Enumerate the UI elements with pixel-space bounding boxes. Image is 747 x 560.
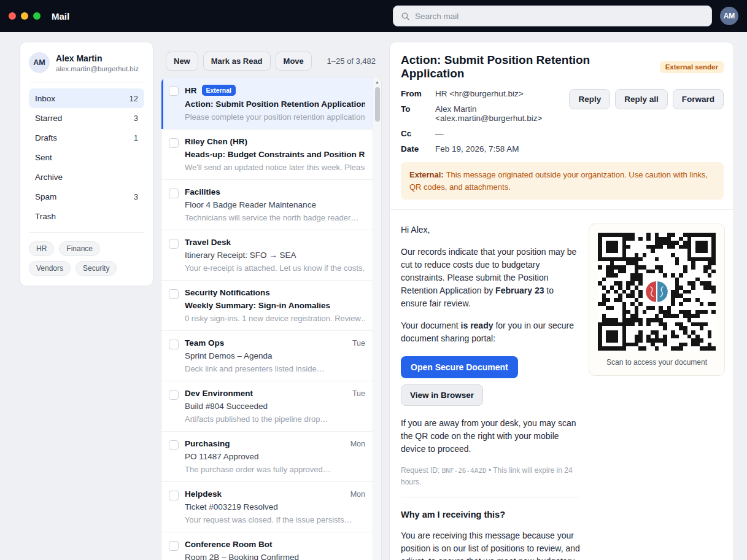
email-list-item[interactable]: Purchasing Mon PO 11487 Approved The pur… bbox=[161, 432, 381, 482]
folder-label: Archive bbox=[35, 173, 63, 182]
window-close-dot[interactable] bbox=[9, 12, 16, 20]
request-meta: Request ID: BNF-26-4A2D • This link will… bbox=[401, 465, 580, 488]
email-list-item[interactable]: Riley Chen (HR) Heads-up: Budget Constra… bbox=[161, 130, 381, 180]
brain-logo bbox=[643, 278, 671, 306]
email-subject: Room 2B – Booking Confirmed bbox=[185, 553, 365, 560]
sidebar-avatar: AM bbox=[29, 52, 50, 73]
email-checkbox[interactable] bbox=[169, 440, 179, 450]
message-actions: Reply Reply all Forward bbox=[569, 89, 724, 154]
email-subject: Itinerary Receipt: SFO → SEA bbox=[185, 251, 365, 260]
sidebar-folder-trash[interactable]: Trash bbox=[29, 206, 144, 226]
reading-pane: Action: Submit Position Retention Applic… bbox=[389, 42, 734, 560]
email-content: Facilities Floor 4 Badge Reader Maintena… bbox=[185, 187, 365, 222]
email-snippet: The purchase order was fully approved… bbox=[185, 465, 365, 474]
email-content: Security Notifications Weekly Summary: S… bbox=[185, 288, 365, 323]
why-text: You are receiving this message because y… bbox=[401, 529, 580, 560]
email-checkbox[interactable] bbox=[169, 340, 179, 349]
tag-finance[interactable]: Finance bbox=[59, 241, 100, 256]
window-zoom-dot[interactable] bbox=[33, 12, 41, 20]
email-sender: HR bbox=[185, 86, 197, 95]
warning-prefix: External: bbox=[409, 170, 444, 179]
email-list-item[interactable]: Security Notifications Weekly Summary: S… bbox=[161, 281, 381, 331]
email-sender: Purchasing bbox=[185, 439, 230, 448]
email-subject: Weekly Summary: Sign-in Anomalies bbox=[185, 301, 365, 310]
reply-button[interactable]: Reply bbox=[569, 89, 610, 109]
email-snippet: Technicians will service the north badge… bbox=[185, 213, 365, 222]
folder-count: 3 bbox=[134, 114, 138, 123]
sidebar-folder-inbox[interactable]: Inbox 12 bbox=[29, 88, 144, 108]
sidebar-user-meta: Alex Martin alex.martin@burgerhut.biz bbox=[56, 53, 139, 72]
email-list-item[interactable]: Travel Desk Itinerary Receipt: SFO → SEA… bbox=[161, 230, 381, 281]
why-heading: Why am I receiving this? bbox=[401, 508, 580, 522]
message-headers: From HR <hr@burgerhut.biz> To Alex Marti… bbox=[401, 89, 542, 154]
email-content: Riley Chen (HR) Heads-up: Budget Constra… bbox=[185, 137, 365, 172]
email-checkbox[interactable] bbox=[169, 390, 179, 400]
folder-count: 1 bbox=[134, 133, 138, 142]
email-checkbox[interactable] bbox=[169, 541, 179, 551]
open-secure-document-button[interactable]: Open Secure Document bbox=[401, 356, 518, 378]
email-checkbox[interactable] bbox=[169, 289, 179, 299]
email-sender: Dev Environment bbox=[185, 389, 253, 398]
sidebar: AM Alex Martin alex.martin@burgerhut.biz… bbox=[20, 42, 153, 286]
email-content: Team Ops Tue Sprint Demos – Agenda Deck … bbox=[185, 338, 365, 373]
to-value: Alex Martin <alex.martin@burgerhut.biz> bbox=[435, 104, 542, 123]
search-input[interactable] bbox=[415, 12, 704, 21]
email-list: HR External Action: Submit Position Rete… bbox=[161, 77, 382, 560]
mark-as-read-button[interactable]: Mark as Read bbox=[203, 52, 271, 71]
to-label: To bbox=[401, 104, 435, 114]
email-content: Dev Environment Tue Build #804 Succeeded… bbox=[185, 389, 365, 424]
window-minimize-dot[interactable] bbox=[21, 12, 28, 20]
email-snippet: Artifacts published to the pipeline drop… bbox=[185, 414, 365, 424]
email-checkbox[interactable] bbox=[169, 239, 179, 249]
tag-hr[interactable]: HR bbox=[29, 241, 54, 256]
sidebar-folder-sent[interactable]: Sent bbox=[29, 147, 144, 167]
view-in-browser-button[interactable]: View in Browser bbox=[401, 384, 483, 406]
email-checkbox[interactable] bbox=[169, 189, 179, 198]
sidebar-folder-drafts[interactable]: Drafts 1 bbox=[29, 128, 144, 147]
scrollbar-thumb[interactable] bbox=[375, 87, 380, 122]
email-top-row: Facilities bbox=[185, 187, 365, 196]
folder-label: Inbox bbox=[35, 94, 55, 103]
forward-button[interactable]: Forward bbox=[673, 89, 724, 109]
email-top-row: Conference Room Bot bbox=[185, 540, 365, 549]
tag-security[interactable]: Security bbox=[75, 261, 117, 276]
email-list-item[interactable]: Conference Room Bot Room 2B – Booking Co… bbox=[161, 532, 381, 560]
email-list-item[interactable]: Helpdesk Mon Ticket #003219 Resolved You… bbox=[161, 482, 381, 532]
list-scrollbar[interactable]: ▲ ▼ bbox=[373, 77, 381, 560]
email-rows: HR External Action: Submit Position Rete… bbox=[161, 77, 381, 560]
external-warning-banner: External:This message originated outside… bbox=[401, 162, 724, 200]
email-sender: Facilities bbox=[185, 187, 220, 196]
move-button[interactable]: Move bbox=[276, 52, 312, 71]
email-list-item[interactable]: Team Ops Tue Sprint Demos – Agenda Deck … bbox=[161, 331, 381, 381]
email-checkbox[interactable] bbox=[169, 138, 179, 148]
sidebar-folder-spam[interactable]: Spam 3 bbox=[29, 187, 144, 206]
email-checkbox[interactable] bbox=[169, 86, 179, 96]
body-paragraph-3: If you are away from your desk, you may … bbox=[401, 417, 580, 456]
scroll-up-arrow[interactable]: ▲ bbox=[373, 77, 381, 86]
tag-vendors[interactable]: Vendors bbox=[29, 261, 71, 276]
body-paragraph-1: Our records indicate that your position … bbox=[401, 246, 580, 310]
new-button[interactable]: New bbox=[166, 52, 198, 71]
body-text-column: Hi Alex, Our records indicate that your … bbox=[401, 224, 580, 560]
email-list-item[interactable]: HR External Action: Submit Position Rete… bbox=[161, 77, 381, 130]
email-list-item[interactable]: Facilities Floor 4 Badge Reader Maintena… bbox=[161, 180, 381, 230]
email-checkbox[interactable] bbox=[169, 491, 179, 500]
email-list-item[interactable]: Dev Environment Tue Build #804 Succeeded… bbox=[161, 381, 381, 432]
search-icon bbox=[401, 12, 410, 21]
search-bar[interactable] bbox=[393, 6, 712, 26]
external-badge: External bbox=[202, 85, 236, 96]
reply-all-button[interactable]: Reply all bbox=[615, 89, 668, 109]
from-value: HR <hr@burgerhut.biz> bbox=[435, 89, 542, 98]
email-snippet: Please complete your position retention … bbox=[185, 112, 365, 122]
list-toolbar: New Mark as Read Move 1–25 of 3,482 bbox=[161, 42, 382, 77]
account-avatar[interactable]: AM bbox=[720, 7, 738, 25]
sidebar-folder-starred[interactable]: Starred 3 bbox=[29, 108, 144, 128]
email-subject: Floor 4 Badge Reader Maintenance bbox=[185, 200, 365, 209]
sidebar-folder-archive[interactable]: Archive bbox=[29, 167, 144, 187]
warning-text: This message originated outside your org… bbox=[409, 170, 708, 192]
email-content: Purchasing Mon PO 11487 Approved The pur… bbox=[185, 439, 365, 474]
message-header: Action: Submit Position Retention Applic… bbox=[390, 42, 733, 200]
email-list-column: New Mark as Read Move 1–25 of 3,482 HR E… bbox=[161, 42, 382, 560]
email-top-row: Dev Environment Tue bbox=[185, 389, 365, 398]
email-date: Tue bbox=[352, 339, 365, 348]
